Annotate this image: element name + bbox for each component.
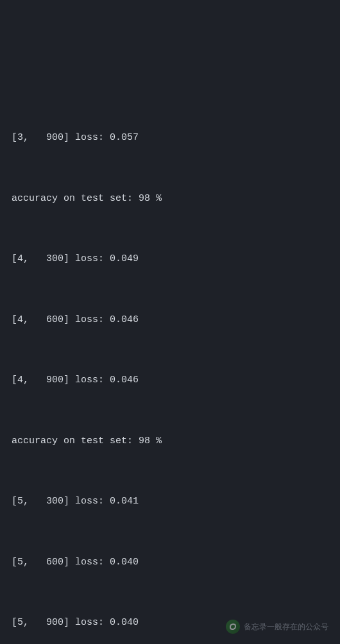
terminal-output: [3, 900] loss: 0.057 accuracy on test se… <box>12 87 328 644</box>
wechat-icon <box>226 620 240 634</box>
output-line: accuracy on test set: 98 % <box>12 189 328 209</box>
output-line: [5, 300] loss: 0.041 <box>12 491 328 512</box>
output-line: accuracy on test set: 98 % <box>12 431 328 452</box>
output-line: [4, 300] loss: 0.049 <box>12 249 328 269</box>
output-line: [4, 900] loss: 0.046 <box>12 370 328 391</box>
watermark: 备忘录一般存在的公众号 <box>226 619 328 635</box>
output-line: [5, 600] loss: 0.040 <box>12 552 328 573</box>
output-line: [3, 900] loss: 0.057 <box>12 128 328 148</box>
watermark-text: 备忘录一般存在的公众号 <box>244 619 328 635</box>
output-line: [4, 600] loss: 0.046 <box>12 310 328 330</box>
